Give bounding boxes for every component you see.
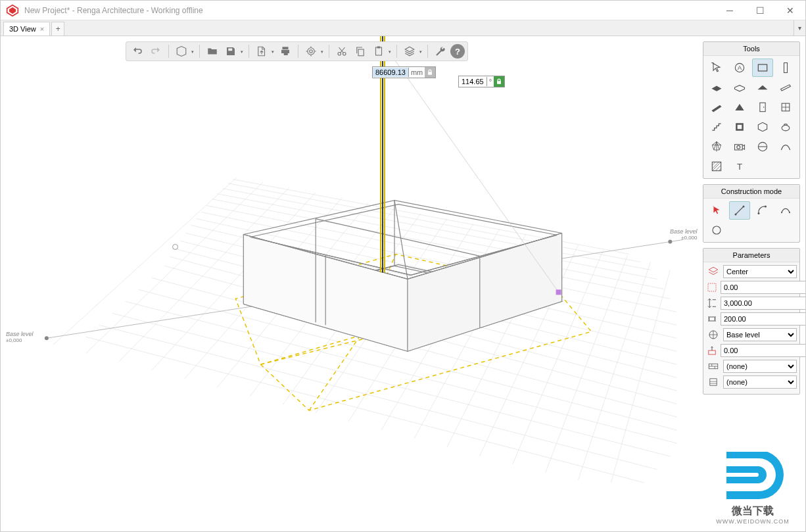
mode-line[interactable] (729, 201, 750, 220)
tool-wedge[interactable] (729, 98, 750, 116)
help-button[interactable]: ? (450, 44, 465, 59)
layers-button[interactable] (401, 43, 418, 60)
tool-camera[interactable] (729, 137, 750, 156)
tab-add-button[interactable]: + (51, 22, 64, 36)
maximize-button[interactable]: ☐ (745, 1, 775, 20)
svg-rect-62 (556, 289, 561, 295)
svg-line-3 (99, 325, 657, 470)
new-button[interactable] (173, 43, 190, 60)
tool-stair[interactable] (706, 118, 727, 136)
style-icon (706, 375, 721, 389)
construction-mode-panel: Construction mode (703, 184, 800, 243)
thickness-icon (706, 312, 718, 326)
tool-plumbing[interactable] (775, 118, 796, 136)
placement-icon (706, 265, 721, 278)
measure-length: 86609.13 mm (372, 66, 436, 78)
redo-button[interactable] (147, 43, 164, 60)
tool-annotation[interactable]: A (729, 59, 750, 77)
print-button[interactable] (277, 43, 294, 60)
lock-icon[interactable] (425, 67, 435, 78)
tool-window[interactable] (775, 98, 796, 116)
svg-point-89 (758, 212, 760, 214)
svg-point-88 (743, 206, 745, 208)
offset2-input[interactable] (721, 344, 806, 357)
svg-point-90 (765, 206, 767, 208)
svg-rect-69 (377, 47, 381, 49)
svg-point-91 (781, 212, 782, 213)
export-button[interactable] (253, 43, 270, 60)
base-level-label-left: Base level ±0,000 (6, 331, 34, 343)
tool-opening[interactable] (729, 118, 750, 136)
svg-text:A: A (738, 64, 742, 71)
tool-slab[interactable] (729, 78, 750, 97)
tool-ramp[interactable] (706, 98, 727, 116)
offset1-input[interactable] (721, 281, 806, 294)
offset2-icon (706, 344, 718, 357)
tool-door[interactable] (752, 98, 773, 116)
tab-3d-view[interactable]: 3D View × (3, 22, 50, 36)
tool-wall[interactable] (752, 59, 773, 77)
svg-rect-94 (708, 283, 716, 291)
tool-select[interactable] (706, 59, 727, 77)
undo-button[interactable] (129, 43, 146, 60)
cut-button[interactable] (333, 43, 350, 60)
tool-column[interactable] (775, 59, 796, 77)
watermark: 微当下载 WWW.WEIDOWN.COM (713, 452, 792, 525)
svg-point-41 (45, 336, 49, 340)
mode-pick[interactable] (706, 201, 727, 220)
mode-arc[interactable] (752, 201, 773, 220)
measure-length-value[interactable]: 86609.13 (373, 68, 409, 77)
tool-section[interactable] (752, 137, 773, 156)
wrench-button[interactable] (432, 43, 449, 60)
tool-curve[interactable] (775, 137, 796, 156)
svg-marker-54 (408, 233, 562, 352)
lock-icon[interactable] (494, 76, 504, 87)
tab-menu-dropdown[interactable]: ▾ (794, 20, 805, 36)
svg-line-2 (86, 337, 644, 483)
svg-text:T: T (737, 162, 742, 172)
measure-length-unit: mm (409, 68, 425, 77)
open-button[interactable] (204, 43, 221, 60)
svg-line-86 (736, 206, 744, 214)
svg-line-38 (579, 262, 651, 479)
offset-icon (706, 281, 718, 294)
svg-line-22 (53, 178, 237, 345)
svg-marker-1 (9, 7, 16, 14)
svg-point-87 (735, 214, 737, 216)
svg-line-21 (233, 180, 629, 254)
settings-button[interactable] (302, 43, 320, 60)
svg-rect-74 (760, 103, 765, 111)
measure-angle-unit: ° (487, 77, 494, 86)
viewport-3d[interactable] (1, 36, 805, 532)
tab-close-icon[interactable]: × (40, 25, 44, 33)
measure-angle-value[interactable]: 114.65 (459, 77, 487, 86)
style-select[interactable]: (none) (723, 375, 797, 389)
thickness-input[interactable] (721, 312, 806, 326)
level-select[interactable]: Base level (723, 328, 797, 341)
tool-floor[interactable] (706, 78, 727, 97)
svg-rect-67 (358, 49, 364, 56)
placement-select[interactable]: Center (723, 265, 797, 278)
svg-point-43 (173, 244, 178, 249)
tool-polyhedron[interactable] (706, 137, 727, 156)
mode-panel-title: Construction mode (703, 185, 799, 199)
base-level-label-right: Base level ±0,000 (670, 228, 698, 241)
save-button[interactable] (222, 43, 239, 60)
paste-button[interactable] (370, 43, 387, 60)
level-icon (706, 328, 721, 341)
material-select[interactable]: (none) (723, 360, 797, 373)
material-icon (706, 360, 721, 373)
svg-rect-68 (376, 47, 382, 55)
copy-button[interactable] (352, 43, 369, 60)
mode-circle[interactable] (706, 221, 727, 239)
mode-arc3[interactable] (775, 201, 796, 220)
tool-furniture[interactable] (752, 118, 773, 136)
height-input[interactable] (721, 297, 806, 310)
tool-text[interactable]: T (729, 157, 750, 176)
tool-roof-flat[interactable] (752, 78, 773, 97)
tool-beam[interactable] (775, 78, 796, 97)
minimize-button[interactable]: ─ (715, 1, 745, 20)
tool-hatch[interactable] (706, 157, 727, 176)
close-button[interactable]: ✕ (775, 1, 805, 20)
svg-rect-73 (784, 63, 788, 73)
